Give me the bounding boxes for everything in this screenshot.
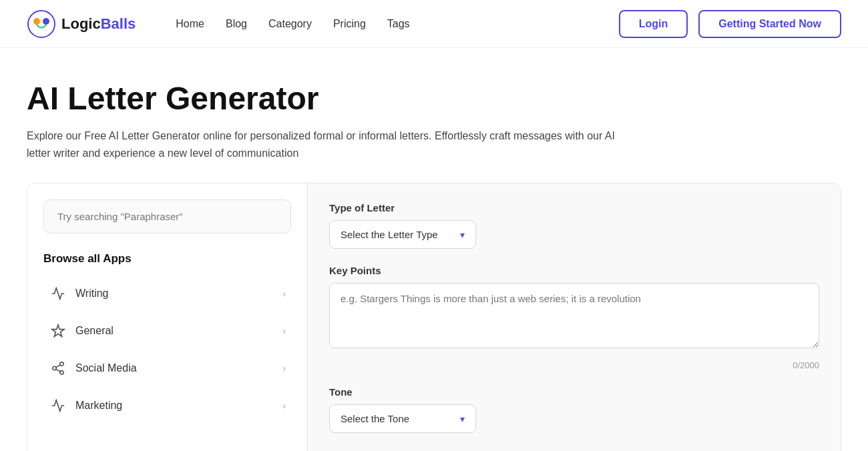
header: LogicBalls Home Blog Category Pricing Ta… xyxy=(0,0,868,48)
sidebar-item-social-media[interactable]: Social Media › xyxy=(43,351,291,386)
nav-blog[interactable]: Blog xyxy=(226,18,247,30)
key-points-textarea[interactable] xyxy=(329,283,819,348)
social-media-label: Social Media xyxy=(75,362,137,374)
type-of-letter-group: Type of Letter Select the Letter Type ▾ xyxy=(329,202,819,249)
key-points-group: Key Points 0/2000 xyxy=(329,265,819,370)
main-content: AI Letter Generator Explore our Free AI … xyxy=(0,48,868,451)
writing-label: Writing xyxy=(75,288,109,300)
nav-category[interactable]: Category xyxy=(268,18,312,30)
svg-point-3 xyxy=(60,362,64,366)
logo[interactable]: LogicBalls xyxy=(27,9,136,39)
key-points-counter: 0/2000 xyxy=(329,360,819,370)
content-grid: Browse all Apps Writing › xyxy=(27,183,841,451)
getting-started-button[interactable]: Getting Started Now xyxy=(698,10,841,38)
login-button[interactable]: Login xyxy=(619,10,688,38)
key-points-label: Key Points xyxy=(329,265,819,276)
type-of-letter-select[interactable]: Select the Letter Type ▾ xyxy=(329,220,476,249)
chevron-right-writing: › xyxy=(282,288,286,299)
sidebar-item-marketing[interactable]: Marketing › xyxy=(43,388,291,423)
right-panel: Type of Letter Select the Letter Type ▾ … xyxy=(308,183,841,451)
tone-label: Tone xyxy=(329,386,819,398)
general-label: General xyxy=(75,325,114,337)
nav-pricing[interactable]: Pricing xyxy=(333,18,366,30)
chevron-right-general: › xyxy=(282,326,286,336)
tone-value: Select the Tone xyxy=(341,413,409,424)
left-panel: Browse all Apps Writing › xyxy=(27,183,308,451)
marketing-label: Marketing xyxy=(75,400,122,412)
nav-tags[interactable]: Tags xyxy=(387,18,410,30)
page-title: AI Letter Generator xyxy=(27,80,841,117)
key-points-wrap xyxy=(329,283,819,351)
logo-text: LogicBalls xyxy=(61,15,136,33)
tone-chevron-icon: ▾ xyxy=(460,414,465,424)
sidebar-item-general[interactable]: General › xyxy=(43,314,291,348)
chevron-right-social: › xyxy=(282,363,286,374)
general-icon xyxy=(49,322,67,340)
page-description: Explore our Free AI Letter Generator onl… xyxy=(27,127,628,161)
tone-select[interactable]: Select the Tone ▾ xyxy=(329,404,476,433)
svg-point-1 xyxy=(33,18,40,25)
svg-point-4 xyxy=(53,366,57,370)
svg-line-7 xyxy=(56,365,60,368)
browse-list: Writing › General › xyxy=(43,276,291,423)
type-of-letter-chevron-icon: ▾ xyxy=(460,230,465,240)
nav-home[interactable]: Home xyxy=(176,18,204,30)
social-media-icon xyxy=(49,359,67,378)
marketing-icon xyxy=(49,396,67,415)
type-of-letter-label: Type of Letter xyxy=(329,202,819,213)
tone-group: Tone Select the Tone ▾ xyxy=(329,386,819,433)
svg-point-0 xyxy=(28,11,55,37)
search-input[interactable] xyxy=(43,199,291,234)
browse-title: Browse all Apps xyxy=(43,252,291,266)
sidebar-item-writing[interactable]: Writing › xyxy=(43,276,291,311)
chevron-right-marketing: › xyxy=(282,400,286,411)
main-nav: Home Blog Category Pricing Tags xyxy=(176,18,592,30)
type-of-letter-value: Select the Letter Type xyxy=(341,229,438,240)
svg-point-5 xyxy=(60,371,64,375)
writing-icon xyxy=(49,284,67,303)
header-actions: Login Getting Started Now xyxy=(619,10,841,38)
svg-point-2 xyxy=(43,18,49,25)
svg-line-6 xyxy=(56,370,60,372)
